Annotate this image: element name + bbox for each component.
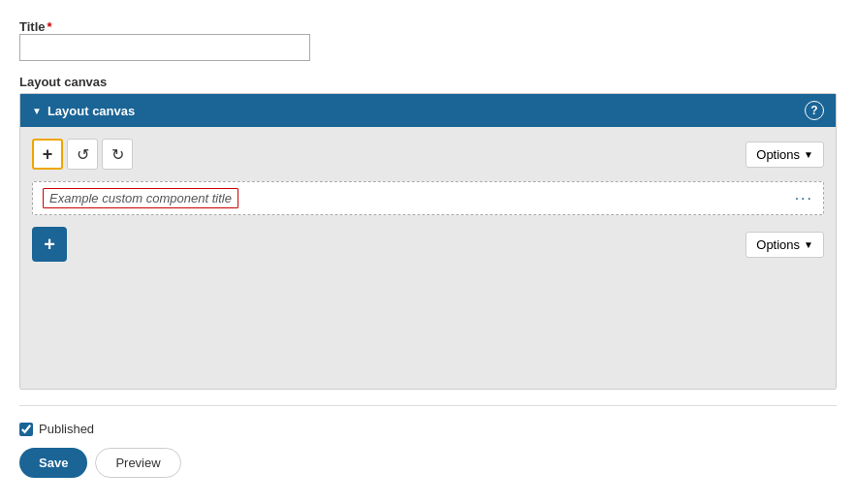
canvas-add-bottom-button[interactable]: +	[32, 227, 67, 262]
layout-canvas-container: ▼ Layout canvas ? + ↺ ↻ Options ▼ Exampl…	[19, 93, 837, 390]
component-title-text: Example custom component title	[49, 191, 232, 205]
canvas-toolbar: + ↺ ↻ Options ▼	[32, 139, 824, 170]
required-indicator: *	[48, 19, 52, 34]
canvas-bottom-toolbar: + Options ▼	[32, 227, 824, 262]
save-button[interactable]: Save	[19, 448, 87, 478]
options-arrow-icon-top: ▼	[804, 149, 813, 160]
canvas-redo-button[interactable]: ↻	[102, 139, 133, 170]
divider	[19, 405, 837, 406]
title-label: Title*	[19, 19, 52, 34]
canvas-add-button[interactable]: +	[32, 139, 63, 170]
action-buttons: Save Preview	[19, 448, 837, 478]
preview-button[interactable]: Preview	[95, 448, 180, 478]
title-input[interactable]	[19, 34, 310, 61]
canvas-help-button[interactable]: ?	[805, 101, 824, 120]
layout-canvas-section: Layout canvas ▼ Layout canvas ? + ↺ ↻ Op…	[19, 75, 837, 390]
canvas-undo-button[interactable]: ↺	[67, 139, 98, 170]
canvas-toolbar-left: + ↺ ↻	[32, 139, 133, 170]
canvas-header-title: Layout canvas	[48, 104, 135, 118]
layout-canvas-header-left: ▼ Layout canvas	[32, 104, 135, 118]
canvas-body: + ↺ ↻ Options ▼ Example custom component…	[20, 127, 836, 389]
title-field-section: Title*	[19, 19, 837, 61]
published-label: Published	[39, 422, 94, 436]
canvas-options-button-bottom[interactable]: Options ▼	[745, 232, 824, 258]
options-arrow-icon-bottom: ▼	[804, 239, 813, 250]
layout-canvas-header: ▼ Layout canvas ?	[20, 94, 836, 127]
published-row: Published	[19, 422, 837, 436]
layout-canvas-section-label: Layout canvas	[19, 75, 837, 89]
canvas-options-button-top[interactable]: Options ▼	[745, 142, 824, 168]
collapse-arrow-icon[interactable]: ▼	[32, 106, 42, 116]
published-checkbox[interactable]	[19, 423, 33, 436]
component-title-box: Example custom component title	[43, 188, 238, 208]
component-options-dots[interactable]: ···	[795, 190, 813, 207]
component-row: Example custom component title ···	[32, 181, 824, 215]
